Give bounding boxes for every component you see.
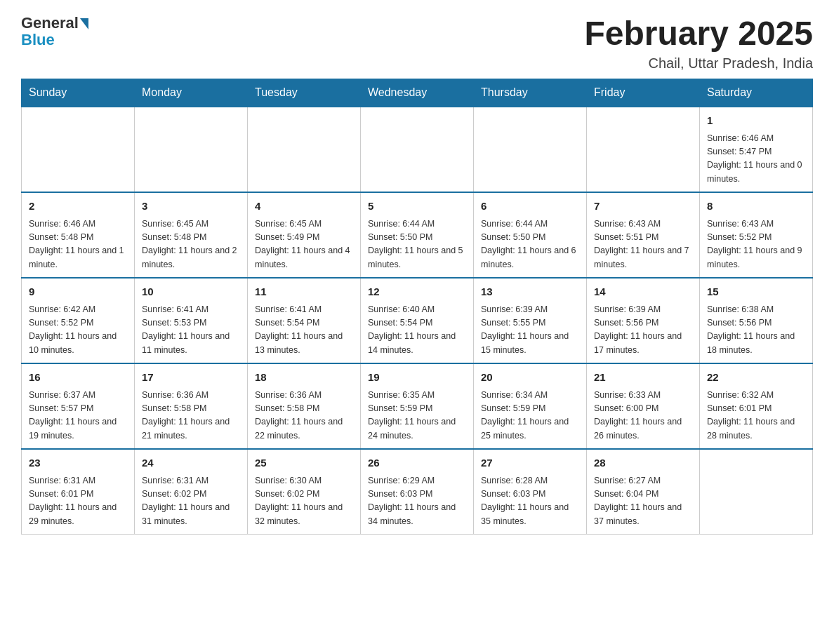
weekday-header-saturday: Saturday [700,79,813,107]
day-number: 17 [142,370,240,386]
day-info: Sunrise: 6:43 AMSunset: 5:52 PMDaylight:… [707,217,805,272]
day-number: 21 [594,370,692,386]
calendar-cell: 17Sunrise: 6:36 AMSunset: 5:58 PMDayligh… [135,363,248,449]
calendar-week-row: 2Sunrise: 6:46 AMSunset: 5:48 PMDaylight… [22,192,813,278]
day-info: Sunrise: 6:38 AMSunset: 5:56 PMDaylight:… [707,303,805,358]
calendar-cell [700,449,813,535]
weekday-header-row: SundayMondayTuesdayWednesdayThursdayFrid… [22,79,813,107]
calendar-cell [474,107,587,192]
day-number: 28 [594,455,692,471]
calendar-cell: 2Sunrise: 6:46 AMSunset: 5:48 PMDaylight… [22,192,135,278]
calendar-cell: 6Sunrise: 6:44 AMSunset: 5:50 PMDaylight… [474,192,587,278]
title-area: February 2025 Chail, Uttar Pradesh, Indi… [584,14,813,72]
calendar-cell [22,107,135,192]
weekday-header-wednesday: Wednesday [361,79,474,107]
day-info: Sunrise: 6:41 AMSunset: 5:54 PMDaylight:… [255,303,353,358]
calendar-cell: 22Sunrise: 6:32 AMSunset: 6:01 PMDayligh… [700,363,813,449]
calendar-cell: 21Sunrise: 6:33 AMSunset: 6:00 PMDayligh… [587,363,700,449]
calendar-cell: 24Sunrise: 6:31 AMSunset: 6:02 PMDayligh… [135,449,248,535]
calendar-cell: 23Sunrise: 6:31 AMSunset: 6:01 PMDayligh… [22,449,135,535]
day-number: 24 [142,455,240,471]
calendar-cell: 16Sunrise: 6:37 AMSunset: 5:57 PMDayligh… [22,363,135,449]
day-info: Sunrise: 6:36 AMSunset: 5:58 PMDaylight:… [142,389,240,443]
calendar-cell [135,107,248,192]
day-number: 27 [481,455,579,471]
calendar-cell: 27Sunrise: 6:28 AMSunset: 6:03 PMDayligh… [474,449,587,535]
calendar-cell: 18Sunrise: 6:36 AMSunset: 5:58 PMDayligh… [248,363,361,449]
calendar-cell: 28Sunrise: 6:27 AMSunset: 6:04 PMDayligh… [587,449,700,535]
calendar-cell: 8Sunrise: 6:43 AMSunset: 5:52 PMDaylight… [700,192,813,278]
day-number: 26 [368,455,466,471]
calendar-cell: 10Sunrise: 6:41 AMSunset: 5:53 PMDayligh… [135,278,248,363]
day-info: Sunrise: 6:34 AMSunset: 5:59 PMDaylight:… [481,389,579,443]
weekday-header-friday: Friday [587,79,700,107]
day-number: 2 [29,199,127,215]
calendar-cell [587,107,700,192]
day-info: Sunrise: 6:28 AMSunset: 6:03 PMDaylight:… [481,474,579,529]
weekday-header-sunday: Sunday [22,79,135,107]
calendar-cell: 3Sunrise: 6:45 AMSunset: 5:48 PMDaylight… [135,192,248,278]
calendar-cell: 15Sunrise: 6:38 AMSunset: 5:56 PMDayligh… [700,278,813,363]
day-info: Sunrise: 6:40 AMSunset: 5:54 PMDaylight:… [368,303,466,358]
day-info: Sunrise: 6:35 AMSunset: 5:59 PMDaylight:… [368,389,466,443]
day-info: Sunrise: 6:31 AMSunset: 6:02 PMDaylight:… [142,474,240,529]
day-number: 4 [255,199,353,215]
logo-general-text: General [21,14,79,32]
calendar-cell: 13Sunrise: 6:39 AMSunset: 5:55 PMDayligh… [474,278,587,363]
calendar-cell: 19Sunrise: 6:35 AMSunset: 5:59 PMDayligh… [361,363,474,449]
calendar-cell: 14Sunrise: 6:39 AMSunset: 5:56 PMDayligh… [587,278,700,363]
day-number: 8 [707,199,805,215]
logo-arrow-icon [80,18,88,29]
day-number: 16 [29,370,127,386]
day-info: Sunrise: 6:44 AMSunset: 5:50 PMDaylight:… [481,217,579,272]
day-info: Sunrise: 6:46 AMSunset: 5:48 PMDaylight:… [29,217,127,272]
calendar-body: 1Sunrise: 6:46 AMSunset: 5:47 PMDaylight… [22,107,813,535]
day-number: 14 [594,284,692,300]
calendar-cell: 1Sunrise: 6:46 AMSunset: 5:47 PMDaylight… [700,107,813,192]
day-number: 12 [368,284,466,300]
calendar-week-row: 23Sunrise: 6:31 AMSunset: 6:01 PMDayligh… [22,449,813,535]
day-number: 18 [255,370,353,386]
day-number: 19 [368,370,466,386]
day-number: 7 [594,199,692,215]
location-title: Chail, Uttar Pradesh, India [584,55,813,72]
day-number: 11 [255,284,353,300]
weekday-header-thursday: Thursday [474,79,587,107]
calendar-week-row: 16Sunrise: 6:37 AMSunset: 5:57 PMDayligh… [22,363,813,449]
day-info: Sunrise: 6:31 AMSunset: 6:01 PMDaylight:… [29,474,127,529]
weekday-header-tuesday: Tuesday [248,79,361,107]
calendar-cell: 4Sunrise: 6:45 AMSunset: 5:49 PMDaylight… [248,192,361,278]
calendar-cell: 5Sunrise: 6:44 AMSunset: 5:50 PMDaylight… [361,192,474,278]
day-number: 10 [142,284,240,300]
day-number: 22 [707,370,805,386]
day-number: 5 [368,199,466,215]
calendar-cell: 11Sunrise: 6:41 AMSunset: 5:54 PMDayligh… [248,278,361,363]
day-info: Sunrise: 6:33 AMSunset: 6:00 PMDaylight:… [594,389,692,443]
logo-blue-text: Blue [21,31,55,49]
calendar-cell: 25Sunrise: 6:30 AMSunset: 6:02 PMDayligh… [248,449,361,535]
weekday-header-monday: Monday [135,79,248,107]
day-number: 1 [707,113,805,129]
day-number: 9 [29,284,127,300]
day-info: Sunrise: 6:41 AMSunset: 5:53 PMDaylight:… [142,303,240,358]
month-year-title: February 2025 [584,14,813,53]
calendar-week-row: 1Sunrise: 6:46 AMSunset: 5:47 PMDaylight… [22,107,813,192]
day-info: Sunrise: 6:39 AMSunset: 5:55 PMDaylight:… [481,303,579,358]
calendar-cell: 26Sunrise: 6:29 AMSunset: 6:03 PMDayligh… [361,449,474,535]
day-info: Sunrise: 6:44 AMSunset: 5:50 PMDaylight:… [368,217,466,272]
day-info: Sunrise: 6:37 AMSunset: 5:57 PMDaylight:… [29,389,127,443]
day-number: 23 [29,455,127,471]
calendar-cell: 12Sunrise: 6:40 AMSunset: 5:54 PMDayligh… [361,278,474,363]
day-info: Sunrise: 6:36 AMSunset: 5:58 PMDaylight:… [255,389,353,443]
day-info: Sunrise: 6:46 AMSunset: 5:47 PMDaylight:… [707,132,805,187]
day-info: Sunrise: 6:39 AMSunset: 5:56 PMDaylight:… [594,303,692,358]
day-info: Sunrise: 6:27 AMSunset: 6:04 PMDaylight:… [594,474,692,529]
page-header: General Blue February 2025 Chail, Uttar … [21,14,813,72]
calendar-table: SundayMondayTuesdayWednesdayThursdayFrid… [21,79,813,535]
day-info: Sunrise: 6:30 AMSunset: 6:02 PMDaylight:… [255,474,353,529]
calendar-cell [361,107,474,192]
day-info: Sunrise: 6:45 AMSunset: 5:48 PMDaylight:… [142,217,240,272]
logo: General Blue [21,14,88,49]
day-number: 20 [481,370,579,386]
day-info: Sunrise: 6:42 AMSunset: 5:52 PMDaylight:… [29,303,127,358]
